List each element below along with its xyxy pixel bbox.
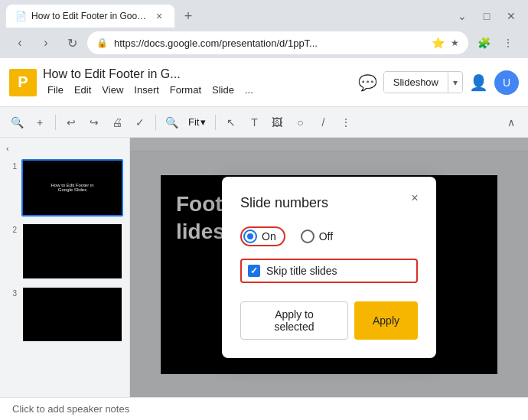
- menu-insert[interactable]: Insert: [129, 83, 164, 97]
- menu-slide[interactable]: Slide: [207, 83, 239, 97]
- dialog-title: Slide numbers: [240, 195, 418, 211]
- skip-title-label: Skip title slides: [266, 265, 337, 277]
- slide-thumb-inner-3: [23, 288, 122, 342]
- search-button[interactable]: 🔍: [6, 112, 28, 133]
- slide-thumb-2[interactable]: [21, 223, 123, 280]
- slideshow-button[interactable]: Slideshow ▾: [383, 71, 463, 93]
- spell-check-button[interactable]: ✓: [129, 112, 151, 133]
- back-button[interactable]: ‹: [9, 32, 31, 54]
- menu-view[interactable]: View: [97, 83, 128, 97]
- print-button[interactable]: 🖨: [106, 112, 128, 133]
- on-radio-label: On: [262, 230, 276, 243]
- slide-number-3: 3: [6, 289, 17, 298]
- app-title: How to Edit Footer in G...: [43, 67, 242, 81]
- slide-thumb-text-1: How to Edit Footer inGoogle Slides: [47, 180, 96, 195]
- separator-1: [55, 115, 56, 130]
- app-menu: File Edit View Insert Format Slide ...: [43, 83, 352, 97]
- shape-button[interactable]: ○: [289, 112, 311, 133]
- apply-to-selected-button[interactable]: Apply to selected: [240, 301, 348, 340]
- slideshow-arrow[interactable]: ▾: [448, 73, 462, 93]
- zoom-in-button[interactable]: +: [29, 112, 51, 133]
- tab-title: How to Edit Footer in Google Sli...: [31, 11, 148, 21]
- line-button[interactable]: /: [312, 112, 334, 133]
- browser-tab[interactable]: 📄 How to Edit Footer in Google Sli... ×: [6, 5, 174, 28]
- tab-bar: 📄 How to Edit Footer in Google Sli... × …: [0, 0, 528, 28]
- image-button[interactable]: 🖼: [266, 112, 288, 133]
- separator-2: [155, 115, 156, 130]
- skip-title-checkbox[interactable]: ✓: [248, 265, 260, 277]
- on-radio-dot: [247, 233, 253, 239]
- address-bar: ‹ › ↻ 🔒 https://docs.google.com/presenta…: [0, 28, 528, 58]
- apply-button[interactable]: Apply: [354, 301, 418, 340]
- slide-thumb-3[interactable]: [21, 286, 123, 343]
- slideshow-label[interactable]: Slideshow: [384, 72, 448, 93]
- slide-number-2: 2: [6, 226, 17, 234]
- app-header: P How to Edit Footer in G... File Edit V…: [0, 58, 528, 107]
- app-title-area: How to Edit Footer in G... File Edit Vie…: [43, 67, 352, 97]
- collapse-button[interactable]: ∧: [500, 112, 522, 133]
- slide-number-1: 1: [6, 162, 17, 171]
- checkbox-check-icon: ✓: [250, 265, 258, 276]
- menu-file[interactable]: File: [43, 83, 68, 97]
- slide-item-2[interactable]: 2: [0, 220, 129, 283]
- slide-thumb-inner-2: [23, 224, 122, 278]
- comments-icon[interactable]: 💬: [358, 73, 377, 92]
- undo-button[interactable]: ↩: [60, 112, 82, 133]
- text-button[interactable]: T: [243, 112, 265, 133]
- off-radio-circle: [301, 230, 315, 243]
- slide-thumb-inner-1: How to Edit Footer inGoogle Slides: [23, 161, 122, 215]
- zoom-label: Fit: [188, 116, 199, 128]
- tab-close-button[interactable]: ×: [153, 10, 165, 22]
- zoom-select[interactable]: Fit ▾: [184, 115, 210, 129]
- separator-3: [215, 115, 216, 130]
- dialog-actions: Apply to selected Apply: [240, 301, 418, 340]
- slide-thumb-1[interactable]: How to Edit Footer inGoogle Slides: [21, 159, 123, 217]
- off-radio-label: Off: [319, 230, 333, 243]
- avatar[interactable]: U: [494, 70, 519, 95]
- status-text: Click to add speaker notes: [12, 403, 129, 415]
- window-controls: ⌄ □ ✕: [451, 5, 522, 27]
- minimize-button[interactable]: ⌄: [451, 5, 473, 27]
- on-radio-circle: [243, 230, 257, 243]
- slide-item-3[interactable]: 3: [0, 283, 129, 347]
- main-area: ‹ 1 How to Edit Footer inGoogle Slides 2…: [0, 138, 528, 397]
- zoom-icon[interactable]: 🔍: [161, 112, 182, 133]
- menu-format[interactable]: Format: [165, 83, 206, 97]
- more-tools-button[interactable]: ⋮: [335, 112, 357, 133]
- radio-group: On Off: [240, 226, 418, 246]
- slide-panel: ‹ 1 How to Edit Footer inGoogle Slides 2…: [0, 138, 130, 397]
- forward-button[interactable]: ›: [35, 32, 57, 54]
- redo-button[interactable]: ↪: [83, 112, 105, 133]
- status-bar: Click to add speaker notes: [0, 397, 528, 420]
- account-icon[interactable]: 👤: [469, 73, 488, 92]
- new-tab-button[interactable]: +: [178, 5, 199, 27]
- more-icon[interactable]: ⋮: [497, 32, 519, 54]
- on-radio[interactable]: On: [243, 230, 276, 243]
- off-radio[interactable]: Off: [301, 230, 333, 243]
- cursor-button[interactable]: ↖: [220, 112, 242, 133]
- zoom-arrow: ▾: [200, 116, 206, 128]
- dialog-overlay: Slide numbers × On Off: [130, 138, 528, 397]
- dialog-close-button[interactable]: ×: [406, 189, 424, 207]
- toolbar: 🔍 + ↩ ↪ 🖨 ✓ 🔍 Fit ▾ ↖ T 🖼 ○ / ⋮ ∧: [0, 107, 528, 138]
- slide-item-1[interactable]: 1 How to Edit Footer inGoogle Slides: [0, 156, 129, 220]
- extensions-icon[interactable]: 🧩: [473, 32, 494, 54]
- on-radio-highlight: On: [240, 226, 285, 246]
- header-right: 💬 Slideshow ▾ 👤 U: [358, 70, 519, 95]
- menu-more[interactable]: ...: [240, 83, 258, 97]
- browser-toolbar: 🧩 ⋮: [473, 32, 519, 54]
- refresh-button[interactable]: ↻: [61, 32, 83, 54]
- panel-toggle[interactable]: ‹: [6, 144, 9, 153]
- address-input[interactable]: 🔒 https://docs.google.com/presentation/d…: [87, 31, 468, 54]
- app-icon: P: [9, 69, 37, 96]
- slide-numbers-dialog: Slide numbers × On Off: [222, 177, 436, 358]
- close-window-button[interactable]: ✕: [500, 5, 522, 27]
- menu-edit[interactable]: Edit: [70, 83, 96, 97]
- maximize-button[interactable]: □: [476, 5, 497, 27]
- canvas-area: Footer in lides Slide numbers × On: [130, 138, 528, 397]
- skip-title-checkbox-row[interactable]: ✓ Skip title slides: [240, 259, 418, 283]
- address-text: https://docs.google.com/presentation/d/1…: [114, 37, 425, 49]
